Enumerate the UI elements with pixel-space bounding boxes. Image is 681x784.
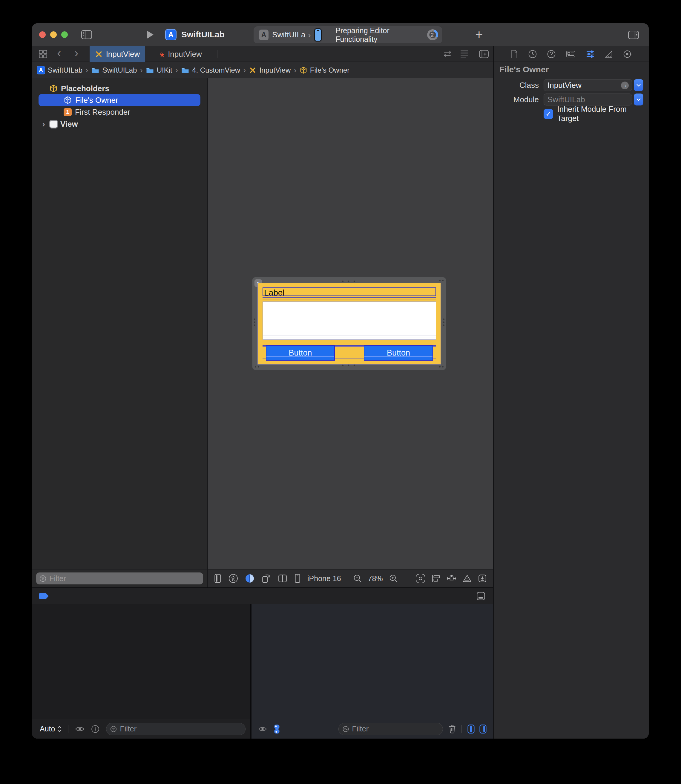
- show-console-panel-icon[interactable]: [479, 724, 487, 734]
- zoom-out-icon[interactable]: [353, 574, 362, 583]
- tab-inputview-xib[interactable]: InputView: [90, 46, 145, 62]
- run-button[interactable]: [146, 30, 154, 39]
- close-window-button[interactable]: [39, 32, 46, 38]
- module-field[interactable]: SwiftUILab: [543, 94, 632, 105]
- navigator-toggle-icon[interactable]: [81, 30, 92, 40]
- zoom-level[interactable]: 78%: [368, 574, 383, 583]
- device-name[interactable]: iPhone 16: [307, 574, 341, 583]
- scope-stepper-icon[interactable]: [57, 725, 62, 733]
- inherit-module-row: ✓ Inherit Module From Target: [494, 108, 649, 120]
- phone-icon[interactable]: [294, 574, 301, 583]
- swift-file-icon: [157, 50, 165, 58]
- breadcrumb-files-owner[interactable]: File's Owner: [299, 66, 350, 75]
- update-frames-icon[interactable]: [416, 574, 425, 583]
- inspector-section-header: File's Owner: [499, 65, 549, 75]
- outline-row-view[interactable]: › View: [42, 118, 78, 130]
- cancel-button[interactable]: Button: [266, 345, 335, 360]
- console-filter-input[interactable]: [352, 725, 439, 733]
- new-tab-button[interactable]: +: [475, 29, 483, 41]
- appearance-toggle-icon[interactable]: [245, 574, 255, 583]
- add-constraints-icon[interactable]: [447, 574, 456, 582]
- folder-icon: [91, 67, 100, 73]
- class-field[interactable]: InputView →: [543, 79, 632, 91]
- variables-scope-selector[interactable]: Auto: [40, 725, 55, 733]
- clear-console-trash-icon[interactable]: [448, 725, 456, 733]
- back-button[interactable]: ‹: [57, 48, 61, 57]
- breadcrumb-file-inputview[interactable]: InputView: [249, 66, 291, 75]
- xib-file-icon: [249, 66, 257, 74]
- uiview-icon: [50, 121, 57, 128]
- show-variables-eye-icon[interactable]: [75, 726, 84, 732]
- resize-handle[interactable]: [443, 319, 445, 326]
- related-items-icon[interactable]: [38, 49, 48, 59]
- variables-view[interactable]: [32, 604, 250, 719]
- resize-handle[interactable]: [254, 319, 255, 326]
- accessibility-icon[interactable]: [228, 574, 238, 583]
- resize-handle[interactable]: [439, 366, 443, 368]
- inspector-toggle-icon[interactable]: [628, 30, 639, 40]
- outline-row-placeholders[interactable]: Placeholders: [49, 83, 109, 94]
- run-destination-icon[interactable]: [314, 29, 321, 41]
- outline-row-first-responder[interactable]: 1 First Responder: [63, 106, 130, 118]
- variants-icon[interactable]: [278, 574, 287, 582]
- info-icon[interactable]: [91, 725, 100, 733]
- tab-bar: ‹ › InputView InputView: [32, 46, 493, 62]
- quick-help-inspector-icon[interactable]: [547, 49, 556, 59]
- input-view-root[interactable]: Label Button Button: [258, 283, 441, 365]
- breadcrumb-project[interactable]: A SwiftUILab: [37, 66, 82, 75]
- identity-inspector-icon[interactable]: [566, 50, 576, 58]
- folder-icon: [181, 67, 189, 73]
- orientation-icon[interactable]: [261, 574, 271, 583]
- update-views-icon[interactable]: [478, 574, 487, 583]
- window-title: SwiftUILab: [181, 30, 225, 40]
- disclosure-chevron-icon[interactable]: ›: [42, 119, 45, 129]
- breakpoint-toggle-icon[interactable]: [39, 593, 49, 599]
- title-label[interactable]: Label: [263, 287, 436, 296]
- console-eye-icon[interactable]: [258, 726, 267, 732]
- variables-filter-field[interactable]: [106, 723, 245, 735]
- jump-to-class-icon[interactable]: →: [621, 82, 629, 89]
- class-dropdown-button[interactable]: [634, 79, 643, 91]
- embed-align-icon[interactable]: [431, 574, 441, 582]
- scheme-name[interactable]: SwiftUILa: [272, 30, 305, 40]
- confirm-button[interactable]: Button: [364, 345, 433, 360]
- size-inspector-icon[interactable]: [605, 50, 613, 58]
- editor-area: ‹ › InputView InputView: [32, 46, 493, 739]
- breadcrumb-group-customview[interactable]: 4. CustomView: [181, 66, 240, 75]
- resize-handle[interactable]: [439, 280, 443, 281]
- ib-canvas[interactable]: ✕ • • • • • • Label Button: [208, 78, 493, 569]
- outline-row-files-owner[interactable]: File's Owner: [63, 94, 118, 106]
- attributes-inspector-icon[interactable]: [586, 49, 595, 59]
- outline-filter-field[interactable]: [36, 573, 203, 584]
- resolve-layout-icon[interactable]: [462, 574, 472, 582]
- module-dropdown-button[interactable]: [634, 94, 643, 105]
- inherit-module-checkbox[interactable]: ✓: [543, 109, 553, 119]
- console-view[interactable]: [252, 604, 493, 719]
- zoom-window-button[interactable]: [61, 32, 68, 38]
- resize-handle[interactable]: [255, 366, 259, 368]
- outline-filter-input[interactable]: [49, 574, 200, 583]
- debugger-output-icon[interactable]: [274, 724, 280, 734]
- forward-button[interactable]: ›: [74, 48, 78, 57]
- breadcrumb-group-uikit[interactable]: UIKit: [146, 66, 173, 75]
- swap-editors-icon[interactable]: [443, 49, 452, 58]
- tab-inputview-swift[interactable]: InputView: [145, 46, 214, 62]
- add-editor-icon[interactable]: [479, 49, 489, 59]
- device-bezel-icon[interactable]: [214, 574, 222, 583]
- console-toggle-icon[interactable]: [476, 591, 486, 601]
- scheme-selector[interactable]: A SwiftUILa › Preparing Editor Functiona…: [253, 26, 442, 43]
- history-inspector-icon[interactable]: [528, 49, 537, 59]
- variables-filter-input[interactable]: [120, 725, 242, 733]
- file-inspector-icon[interactable]: [511, 49, 518, 59]
- minimize-window-button[interactable]: [50, 32, 57, 38]
- zoom-in-icon[interactable]: [389, 574, 398, 583]
- design-view-frame[interactable]: ✕ • • • • • • Label Button: [252, 277, 446, 370]
- editor-options-icon[interactable]: [460, 49, 469, 58]
- connections-inspector-icon[interactable]: [623, 49, 632, 59]
- show-variables-panel-icon[interactable]: [467, 724, 475, 734]
- text-view[interactable]: [263, 302, 436, 340]
- breadcrumb-group-swiftuilab[interactable]: SwiftUILab: [91, 66, 137, 75]
- activity-progress-badge[interactable]: 2: [427, 29, 437, 40]
- placeholder-cube-icon: [299, 66, 307, 74]
- console-filter-field[interactable]: [338, 723, 443, 735]
